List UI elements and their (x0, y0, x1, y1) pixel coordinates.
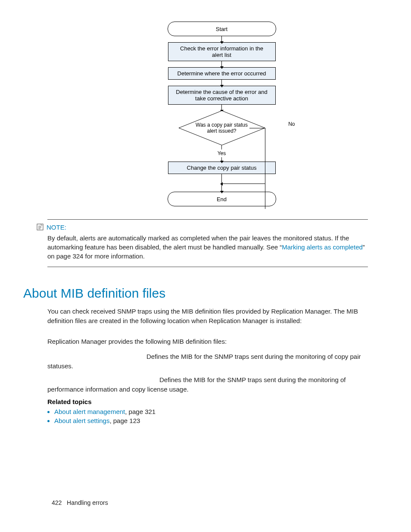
decision-no-label: No (288, 121, 295, 127)
decision-yes-label: Yes (75, 150, 368, 156)
mib-def-1: Defines the MIB for the SNMP traps sent … (47, 352, 368, 371)
note-body: By default, alerts are automatically mar… (47, 233, 368, 261)
chapter-title: Handling errors (67, 499, 108, 506)
page-footer: 422 Handling errors (52, 499, 108, 506)
flowchart: Start Check the error information in the… (75, 22, 368, 206)
flow-end: End (168, 192, 276, 206)
related-item: About alert management, page 321 (54, 408, 368, 415)
decision-line1: Was a copy pair status (196, 122, 248, 128)
section-heading: About MIB definition files (23, 286, 368, 301)
flow-step-4: Change the copy pair status (168, 162, 276, 174)
flow-step-3: Determine the cause of the error and tak… (168, 86, 276, 105)
flow-step-2: Determine where the error occurred (168, 67, 276, 80)
mib-def-2: Defines the MIB for the SNMP traps sent … (47, 375, 368, 394)
note-icon (36, 223, 44, 231)
section-p1: You can check received SNMP traps using … (47, 307, 368, 326)
note-block: NOTE: By default, alerts are automatical… (47, 219, 368, 267)
link-about-alert-management[interactable]: About alert management (54, 408, 125, 415)
flow-step-1: Check the error information in the alert… (168, 42, 276, 61)
section-p2: Replication Manager provides the followi… (47, 337, 368, 346)
flow-start: Start (168, 22, 276, 36)
link-about-alert-settings[interactable]: About alert settings (54, 417, 109, 424)
page-number: 422 (52, 499, 62, 506)
decision-line2: alert issued? (207, 128, 236, 134)
related-topics-list: About alert management, page 321 About a… (47, 408, 368, 424)
note-label: NOTE: (47, 224, 66, 231)
related-item: About alert settings, page 123 (54, 417, 368, 424)
svg-rect-1 (37, 224, 43, 230)
link-marking-alerts[interactable]: Marking alerts as completed (282, 243, 363, 251)
related-topics-heading: Related topics (47, 398, 368, 405)
